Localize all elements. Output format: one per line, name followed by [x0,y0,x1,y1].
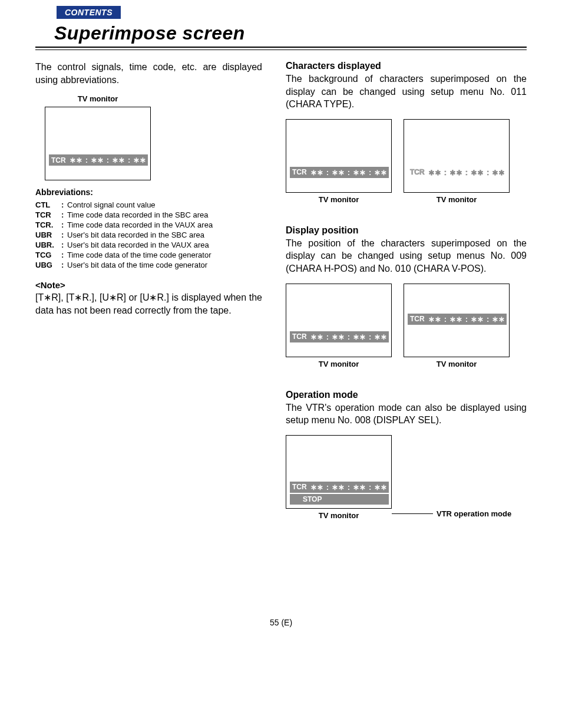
tcr-value: ∗∗ : ∗∗ : ∗∗ : ∗∗ [310,332,388,341]
left-monitor-wrap: TV monitor TCR ∗∗ : ∗∗ : ∗∗ : ∗∗ [45,94,151,180]
pos-monitor-2: TCR ∗∗ : ∗∗ : ∗∗ : ∗∗ TV monitor [404,284,510,372]
monitor-caption: TV monitor [45,94,151,103]
tv-monitor-diagram: TCR ∗∗ : ∗∗ : ∗∗ : ∗∗ STOP [286,435,392,509]
page-title: Superimpose screen [54,22,527,44]
page: CONTENTS Superimpose screen The control … [0,0,562,651]
abbrev-desc: Time code data recorded in the SBC area [67,210,262,219]
tcr-label: TCR [292,168,307,176]
pos-body: The position of the characters superimpo… [286,237,527,275]
abbrev-key: TCR. [35,220,61,229]
stop-label: STOP [303,495,322,503]
abbrev-key: UBR. [35,241,61,249]
abbrev-desc: User's bit data of the time code generat… [67,261,262,269]
colon: : [61,220,67,229]
op-monitor: TCR ∗∗ : ∗∗ : ∗∗ : ∗∗ STOP TV monitor [286,435,392,523]
abbrev-desc: Control signal count value [67,200,262,209]
chars-monitors: TCR ∗∗ : ∗∗ : ∗∗ : ∗∗ TV monitor TCR ∗∗ … [286,119,527,207]
abbrev-desc: Time code data recorded in the VAUX area [67,220,262,229]
tcr-overlay-outline: TCR ∗∗ : ∗∗ : ∗∗ : ∗∗ [408,167,507,178]
tcr-label: TCR [410,315,425,323]
op-monitor-wrap: TCR ∗∗ : ∗∗ : ∗∗ : ∗∗ STOP TV monitor VT… [286,435,527,523]
tcr-overlay: TCR ∗∗ : ∗∗ : ∗∗ : ∗∗ [49,154,148,166]
op-body: The VTR's operation mode can also be dis… [286,401,527,427]
tcr-value: ∗∗ : ∗∗ : ∗∗ : ∗∗ [428,168,505,177]
abbrev-key: CTL [35,200,61,209]
tcr-overlay: TCR ∗∗ : ∗∗ : ∗∗ : ∗∗ [408,314,507,325]
chars-monitor-2: TCR ∗∗ : ∗∗ : ∗∗ : ∗∗ TV monitor [404,119,510,207]
tv-monitor-diagram: TCR ∗∗ : ∗∗ : ∗∗ : ∗∗ [286,119,392,193]
tcr-value: ∗∗ : ∗∗ : ∗∗ : ∗∗ [70,156,147,164]
abbrev-key: TCR [35,210,61,219]
right-column: Characters displayed The background of c… [286,61,527,523]
abbrev-row: TCG:Time code data of the time code gene… [35,251,262,259]
callout-line [392,513,433,514]
monitor-caption: TV monitor [286,360,392,368]
contents-button[interactable]: CONTENTS [57,6,121,19]
tv-monitor-diagram: TCR ∗∗ : ∗∗ : ∗∗ : ∗∗ [286,284,392,357]
stop-overlay: STOP [290,494,389,505]
monitor-caption: TV monitor [286,511,392,520]
tv-monitor-diagram: TCR ∗∗ : ∗∗ : ∗∗ : ∗∗ [404,284,510,357]
title-rule-thick [35,47,527,48]
colon: : [61,200,67,209]
title-rule-thin [35,50,527,50]
monitor-caption: TV monitor [404,360,510,368]
op-head: Operation mode [286,390,527,400]
note-body: [T∗R], [T∗R.], [U∗R] or [U∗R.] is displa… [35,291,262,317]
intro-text: The control signals, time code, etc. are… [35,61,262,86]
monitor-caption: TV monitor [286,195,392,204]
colon: : [61,210,67,219]
abbrev-row: UBR.:User's bit data recorded in the VAU… [35,241,262,249]
abbrev-key: UBR [35,230,61,239]
abbrev-list: CTL:Control signal count value TCR:Time … [35,200,262,269]
abbrev-key: TCG [35,251,61,259]
note-head: <Note> [35,280,262,290]
tcr-label: TCR [292,483,307,491]
left-column: The control signals, time code, etc. are… [35,61,262,523]
tcr-label: TCR [292,332,307,341]
tcr-overlay: TCR ∗∗ : ∗∗ : ∗∗ : ∗∗ [290,482,389,493]
tcr-overlay-solid: TCR ∗∗ : ∗∗ : ∗∗ : ∗∗ [290,167,389,178]
abbrev-desc: Time code data of the time code generato… [67,251,262,259]
chars-body: The background of characters superimpose… [286,73,527,111]
columns: The control signals, time code, etc. are… [35,61,527,523]
tcr-value: ∗∗ : ∗∗ : ∗∗ : ∗∗ [310,483,388,492]
tcr-label: TCR [51,156,66,164]
tv-monitor-diagram: TCR ∗∗ : ∗∗ : ∗∗ : ∗∗ [404,119,510,193]
tcr-overlay: TCR ∗∗ : ∗∗ : ∗∗ : ∗∗ [290,331,389,342]
pos-head: Display position [286,225,527,236]
colon: : [61,251,67,259]
chars-monitor-1: TCR ∗∗ : ∗∗ : ∗∗ : ∗∗ TV monitor [286,119,392,207]
colon: : [61,261,67,269]
abbrev-key: UBG [35,261,61,269]
abbrev-desc: User's bit data recorded in the VAUX are… [67,241,262,249]
pos-monitor-1: TCR ∗∗ : ∗∗ : ∗∗ : ∗∗ TV monitor [286,284,392,372]
tcr-value: ∗∗ : ∗∗ : ∗∗ : ∗∗ [428,315,505,324]
page-number: 55 (E) [35,618,527,627]
abbrev-row: CTL:Control signal count value [35,200,262,209]
abbrev-head: Abbreviations: [35,187,262,197]
abbrev-desc: User's bit data recorded in the SBC area [67,230,262,239]
colon: : [61,230,67,239]
abbrev-row: TCR:Time code data recorded in the SBC a… [35,210,262,219]
callout-label: VTR operation mode [437,509,511,518]
colon: : [61,241,67,249]
abbrev-row: UBR:User's bit data recorded in the SBC … [35,230,262,239]
tcr-value: ∗∗ : ∗∗ : ∗∗ : ∗∗ [310,168,388,177]
tv-monitor-diagram: TCR ∗∗ : ∗∗ : ∗∗ : ∗∗ [45,107,151,180]
tcr-label: TCR [410,168,425,176]
abbrev-row: UBG:User's bit data of the time code gen… [35,261,262,269]
chars-head: Characters displayed [286,61,527,71]
abbrev-row: TCR.:Time code data recorded in the VAUX… [35,220,262,229]
monitor-caption: TV monitor [404,195,510,204]
pos-monitors: TCR ∗∗ : ∗∗ : ∗∗ : ∗∗ TV monitor TCR ∗∗ … [286,284,527,372]
